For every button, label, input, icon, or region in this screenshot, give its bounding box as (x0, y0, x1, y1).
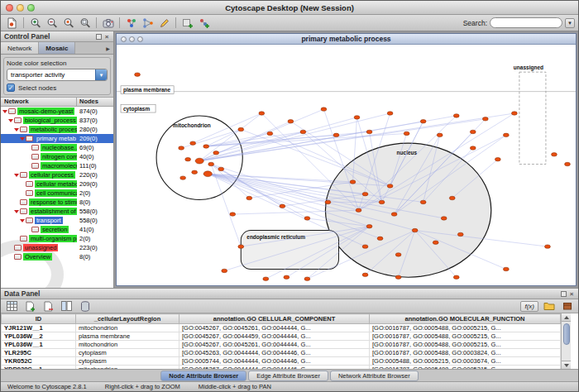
table-scrollbar[interactable] (561, 313, 571, 369)
tab-network-attribute-browser[interactable]: Network Attribute Browser (330, 370, 419, 381)
table-cell[interactable]: [GO:0045267, GO:0044459, GO:0044444, G..… (179, 332, 370, 341)
close-panel-icon[interactable]: × (103, 34, 110, 40)
scrollbar-thumb[interactable] (563, 323, 570, 345)
tree-row[interactable]: metabolic process280(0) (1, 125, 113, 134)
table-cell[interactable]: cytoplasm (76, 349, 179, 357)
select-nodes-option[interactable]: ✓ Select nodes (7, 84, 108, 92)
table-cell[interactable]: YPL036W__2 (2, 332, 76, 341)
annotation-add-button[interactable] (179, 16, 195, 30)
column-header[interactable]: annotation.GO CELLULAR_COMPONENT (179, 314, 370, 324)
minimize-window-button[interactable] (17, 4, 24, 12)
select-columns-button[interactable] (59, 299, 74, 313)
tree-row[interactable]: Overview8(0) (1, 252, 113, 261)
tree-row[interactable]: nitrogen compo...40(0) (1, 152, 113, 161)
tab-network[interactable]: Network (1, 42, 39, 54)
table-cell[interactable]: [GO:0016787, GO:0005488, GO:0005215, G..… (370, 332, 561, 341)
tab-edge-attribute-browser[interactable]: Edge Attribute Browser (248, 370, 328, 381)
table-cell[interactable]: [GO:0045267, GO:0045261, GO:0044444, G..… (179, 324, 370, 332)
tree-row[interactable]: multi-organism pro...2(0) (1, 234, 113, 243)
delete-attribute-button[interactable] (41, 299, 56, 313)
node-color-dropdown[interactable]: transporter activity ▼ (7, 69, 108, 81)
attribute-batch-button[interactable] (559, 299, 575, 313)
tab-overflow-button[interactable]: ▶ (103, 42, 113, 54)
maximize-window-button[interactable] (27, 4, 35, 12)
tree-row[interactable]: cell communica...2(0) (1, 189, 113, 198)
delete-rows-button[interactable] (77, 299, 93, 313)
table-cell[interactable]: YJR121W__1 (2, 324, 76, 332)
tree-row[interactable]: cellular process220(0) (1, 170, 113, 179)
expander-icon[interactable] (20, 137, 25, 141)
table-cell[interactable]: cytoplasm (76, 357, 179, 366)
scroll-up-button[interactable] (562, 313, 571, 322)
layout-button[interactable] (140, 16, 156, 30)
close-window-button[interactable] (6, 4, 13, 12)
table-cell[interactable]: [GO:0005744, GO:0044444, GO:0044446, G..… (179, 357, 370, 366)
zoom-in-button[interactable] (27, 16, 43, 30)
snapshot-button[interactable] (100, 16, 116, 30)
formula-builder-button[interactable]: f(x) (520, 301, 538, 312)
tree-column-network[interactable]: Network (1, 98, 77, 106)
float-panel-icon[interactable] (96, 34, 102, 40)
tree-row[interactable]: response to stimul...8(0) (1, 198, 113, 207)
close-panel-icon[interactable]: × (568, 291, 575, 297)
table-cell[interactable]: [GO:0045263, GO:0044444, GO:0044446, G..… (179, 349, 370, 357)
tree-row[interactable]: cellular metabo...209(0) (1, 179, 113, 189)
tree-row[interactable]: transport558(0) (1, 216, 113, 225)
zoom-selected-button[interactable] (60, 16, 76, 30)
table-cell[interactable]: YLR295C (2, 349, 76, 357)
select-attributes-button[interactable] (4, 299, 20, 313)
vizmapper-button[interactable] (123, 16, 139, 30)
tree-row[interactable]: biological_process837(0) (1, 116, 113, 125)
tree-row[interactable]: secretion41(0) (1, 225, 113, 234)
table-cell[interactable]: mitochondrion (76, 324, 179, 332)
network-close-button[interactable] (121, 36, 127, 42)
table-cell[interactable]: [GO:0016787, GO:0005488, GO:0005215, G..… (370, 324, 561, 332)
tree-row[interactable]: unassigned223(0) (1, 243, 113, 252)
table-cell[interactable]: [GO:0016787, GO:0005488, GO:0003824, G..… (370, 349, 561, 357)
expander-icon[interactable] (20, 219, 25, 222)
tab-node-attribute-browser[interactable]: Node Attribute Browser (160, 370, 246, 381)
zoom-out-button[interactable] (44, 16, 60, 30)
network-canvas[interactable]: plasma membranecytoplasmmitochondrionnuc… (117, 45, 576, 285)
table-cell[interactable]: mitochondrion (76, 341, 179, 349)
table-cell[interactable]: plasma membrane (76, 332, 179, 341)
table-cell[interactable]: [GO:0005488, GO:0005215, GO:0003674, G..… (370, 357, 561, 366)
table-row[interactable]: YJR121W__1mitochondrion[GO:0045267, GO:0… (2, 324, 561, 332)
tree-row[interactable]: establishment of lo...558(0) (1, 207, 113, 216)
network-maximize-button[interactable] (137, 36, 143, 42)
column-header[interactable]: annotation.GO MOLECULAR_FUNCTION (370, 314, 561, 324)
table-row[interactable]: YPL036W__2plasma membrane[GO:0045267, GO… (2, 332, 561, 341)
tree-row[interactable]: primary metab209(0) (1, 134, 113, 143)
table-row[interactable]: YPL036W__1mitochondrion[GO:0045267, GO:0… (2, 341, 561, 349)
checkbox-checked-icon[interactable]: ✓ (7, 84, 15, 92)
table-row[interactable]: YKR052Ccytoplasm[GO:0005744, GO:0044444,… (2, 357, 561, 366)
expander-icon[interactable] (14, 128, 19, 131)
tree-row[interactable]: nucleobase...69(0) (1, 143, 113, 152)
zoom-fit-button[interactable] (77, 16, 93, 30)
table-cell[interactable]: [GO:0045267, GO:0045261, GO:0044444, G..… (179, 341, 370, 349)
float-panel-icon[interactable] (561, 291, 567, 297)
search-options-button[interactable]: ▼ (565, 18, 575, 28)
table-cell[interactable]: [GO:0016787, GO:0005488, GO:0005215, G..… (370, 341, 561, 349)
expander-icon[interactable] (14, 210, 19, 213)
tree-column-nodes[interactable]: Nodes (77, 98, 98, 106)
expander-icon[interactable] (14, 174, 19, 177)
expander-icon[interactable] (2, 110, 7, 113)
import-network-button[interactable] (4, 16, 20, 30)
edit-button[interactable] (156, 16, 172, 30)
table-cell[interactable]: YKR052C (2, 357, 76, 366)
table-row[interactable]: YLR295Ccytoplasm[GO:0045263, GO:0044444,… (2, 349, 561, 357)
expander-icon[interactable] (8, 119, 13, 122)
tree-row[interactable]: macromolecule...111(0) (1, 161, 113, 170)
column-header[interactable]: _cellularLayoutRegion (76, 314, 179, 324)
search-input[interactable] (490, 17, 562, 28)
scroll-down-button[interactable] (562, 361, 571, 369)
network-minimize-button[interactable] (129, 36, 135, 42)
column-header[interactable]: ID (2, 314, 76, 324)
create-attribute-button[interactable] (22, 299, 38, 313)
tree-row[interactable]: mosaic-demo-yeast874(0) (1, 107, 113, 116)
network-window-titlebar[interactable]: primary metabolic process (117, 34, 576, 45)
network-add-button[interactable] (196, 16, 212, 30)
table-cell[interactable]: YPL036W__1 (2, 341, 76, 349)
tab-mosaic[interactable]: Mosaic (39, 42, 75, 54)
